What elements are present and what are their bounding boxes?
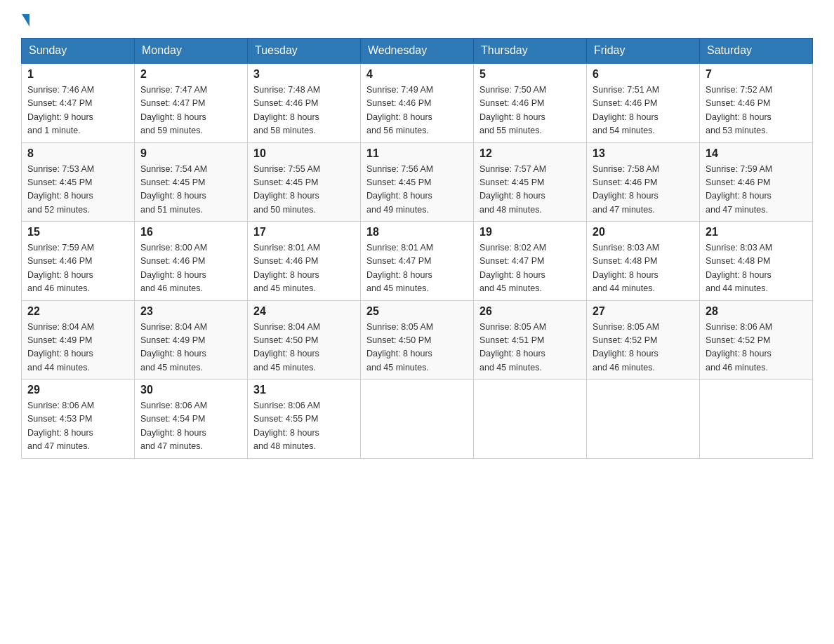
day-number: 24 [253, 305, 355, 318]
calendar-cell: 17Sunrise: 8:01 AMSunset: 4:46 PMDayligh… [248, 222, 361, 301]
calendar-header-saturday: Saturday [700, 39, 813, 64]
logo [21, 14, 29, 25]
page-header [21, 14, 813, 25]
day-info: Sunrise: 8:06 AMSunset: 4:54 PMDaylight:… [140, 399, 241, 454]
calendar-cell [474, 380, 587, 459]
calendar-cell [587, 380, 700, 459]
calendar-cell: 2Sunrise: 7:47 AMSunset: 4:47 PMDaylight… [135, 63, 248, 142]
calendar-cell: 1Sunrise: 7:46 AMSunset: 4:47 PMDaylight… [22, 63, 135, 142]
calendar-cell: 21Sunrise: 8:03 AMSunset: 4:48 PMDayligh… [700, 222, 813, 301]
day-info: Sunrise: 8:06 AMSunset: 4:55 PMDaylight:… [253, 399, 355, 454]
day-number: 5 [479, 68, 581, 81]
calendar-cell: 16Sunrise: 8:00 AMSunset: 4:46 PMDayligh… [135, 222, 248, 301]
day-info: Sunrise: 8:03 AMSunset: 4:48 PMDaylight:… [593, 241, 694, 296]
day-info: Sunrise: 7:49 AMSunset: 4:46 PMDaylight:… [366, 83, 468, 138]
calendar-cell: 9Sunrise: 7:54 AMSunset: 4:45 PMDaylight… [135, 142, 248, 222]
calendar-cell: 28Sunrise: 8:06 AMSunset: 4:52 PMDayligh… [700, 300, 813, 380]
day-info: Sunrise: 7:59 AMSunset: 4:46 PMDaylight:… [706, 163, 807, 217]
day-info: Sunrise: 7:57 AMSunset: 4:45 PMDaylight:… [479, 163, 581, 217]
day-number: 29 [27, 384, 128, 396]
day-info: Sunrise: 7:54 AMSunset: 4:45 PMDaylight:… [140, 163, 241, 217]
day-number: 6 [593, 68, 694, 81]
day-info: Sunrise: 7:52 AMSunset: 4:46 PMDaylight:… [706, 83, 807, 138]
calendar-cell: 26Sunrise: 8:05 AMSunset: 4:51 PMDayligh… [474, 300, 587, 380]
calendar-cell: 6Sunrise: 7:51 AMSunset: 4:46 PMDaylight… [587, 63, 700, 142]
calendar-cell: 19Sunrise: 8:02 AMSunset: 4:47 PMDayligh… [474, 222, 587, 301]
day-info: Sunrise: 7:50 AMSunset: 4:46 PMDaylight:… [479, 83, 581, 138]
day-number: 14 [706, 147, 807, 160]
day-number: 18 [366, 226, 468, 239]
day-number: 17 [253, 226, 355, 239]
day-info: Sunrise: 7:56 AMSunset: 4:45 PMDaylight:… [366, 163, 468, 217]
day-info: Sunrise: 8:00 AMSunset: 4:46 PMDaylight:… [140, 241, 241, 296]
day-number: 12 [479, 147, 581, 160]
calendar-cell: 10Sunrise: 7:55 AMSunset: 4:45 PMDayligh… [248, 142, 361, 222]
calendar-cell: 22Sunrise: 8:04 AMSunset: 4:49 PMDayligh… [22, 300, 135, 380]
day-info: Sunrise: 8:01 AMSunset: 4:46 PMDaylight:… [253, 241, 355, 296]
day-number: 22 [27, 305, 128, 318]
day-info: Sunrise: 7:48 AMSunset: 4:46 PMDaylight:… [253, 83, 355, 138]
calendar-table: SundayMondayTuesdayWednesdayThursdayFrid… [21, 38, 813, 459]
calendar-cell [361, 380, 474, 459]
day-number: 7 [706, 68, 807, 81]
calendar-cell: 11Sunrise: 7:56 AMSunset: 4:45 PMDayligh… [361, 142, 474, 222]
calendar-header-monday: Monday [135, 39, 248, 64]
calendar-cell: 29Sunrise: 8:06 AMSunset: 4:53 PMDayligh… [22, 380, 135, 459]
day-number: 13 [593, 147, 694, 160]
day-info: Sunrise: 8:06 AMSunset: 4:53 PMDaylight:… [27, 399, 128, 454]
calendar-week-row: 1Sunrise: 7:46 AMSunset: 4:47 PMDaylight… [22, 63, 813, 142]
day-number: 4 [366, 68, 468, 81]
logo-arrow-icon [22, 14, 29, 27]
day-number: 28 [706, 305, 807, 318]
calendar-header-sunday: Sunday [22, 39, 135, 64]
day-number: 20 [593, 226, 694, 239]
day-info: Sunrise: 7:55 AMSunset: 4:45 PMDaylight:… [253, 163, 355, 217]
calendar-cell: 24Sunrise: 8:04 AMSunset: 4:50 PMDayligh… [248, 300, 361, 380]
calendar-cell: 18Sunrise: 8:01 AMSunset: 4:47 PMDayligh… [361, 222, 474, 301]
day-info: Sunrise: 8:05 AMSunset: 4:50 PMDaylight:… [366, 321, 468, 375]
calendar-header-wednesday: Wednesday [361, 39, 474, 64]
day-info: Sunrise: 7:59 AMSunset: 4:46 PMDaylight:… [27, 241, 128, 296]
day-info: Sunrise: 8:01 AMSunset: 4:47 PMDaylight:… [366, 241, 468, 296]
day-number: 3 [253, 68, 355, 81]
day-info: Sunrise: 8:05 AMSunset: 4:51 PMDaylight:… [479, 321, 581, 375]
day-number: 30 [140, 384, 241, 396]
day-info: Sunrise: 7:58 AMSunset: 4:46 PMDaylight:… [593, 163, 694, 217]
day-number: 2 [140, 68, 241, 81]
calendar-week-row: 29Sunrise: 8:06 AMSunset: 4:53 PMDayligh… [22, 380, 813, 459]
calendar-cell: 4Sunrise: 7:49 AMSunset: 4:46 PMDaylight… [361, 63, 474, 142]
calendar-week-row: 15Sunrise: 7:59 AMSunset: 4:46 PMDayligh… [22, 222, 813, 301]
calendar-cell: 20Sunrise: 8:03 AMSunset: 4:48 PMDayligh… [587, 222, 700, 301]
calendar-cell: 23Sunrise: 8:04 AMSunset: 4:49 PMDayligh… [135, 300, 248, 380]
calendar-header-friday: Friday [587, 39, 700, 64]
calendar-cell: 27Sunrise: 8:05 AMSunset: 4:52 PMDayligh… [587, 300, 700, 380]
calendar-header-tuesday: Tuesday [248, 39, 361, 64]
day-info: Sunrise: 8:04 AMSunset: 4:50 PMDaylight:… [253, 321, 355, 375]
day-info: Sunrise: 8:05 AMSunset: 4:52 PMDaylight:… [593, 321, 694, 375]
calendar-week-row: 22Sunrise: 8:04 AMSunset: 4:49 PMDayligh… [22, 300, 813, 380]
day-info: Sunrise: 7:47 AMSunset: 4:47 PMDaylight:… [140, 83, 241, 138]
day-number: 19 [479, 226, 581, 239]
calendar-cell: 5Sunrise: 7:50 AMSunset: 4:46 PMDaylight… [474, 63, 587, 142]
calendar-cell: 13Sunrise: 7:58 AMSunset: 4:46 PMDayligh… [587, 142, 700, 222]
day-number: 16 [140, 226, 241, 239]
day-info: Sunrise: 8:02 AMSunset: 4:47 PMDaylight:… [479, 241, 581, 296]
day-info: Sunrise: 7:51 AMSunset: 4:46 PMDaylight:… [593, 83, 694, 138]
calendar-week-row: 8Sunrise: 7:53 AMSunset: 4:45 PMDaylight… [22, 142, 813, 222]
day-info: Sunrise: 8:04 AMSunset: 4:49 PMDaylight:… [27, 321, 128, 375]
day-info: Sunrise: 7:53 AMSunset: 4:45 PMDaylight:… [27, 163, 128, 217]
day-number: 11 [366, 147, 468, 160]
calendar-cell: 15Sunrise: 7:59 AMSunset: 4:46 PMDayligh… [22, 222, 135, 301]
day-number: 15 [27, 226, 128, 239]
calendar-cell: 3Sunrise: 7:48 AMSunset: 4:46 PMDaylight… [248, 63, 361, 142]
calendar-header-row: SundayMondayTuesdayWednesdayThursdayFrid… [22, 39, 813, 64]
day-info: Sunrise: 8:03 AMSunset: 4:48 PMDaylight:… [706, 241, 807, 296]
day-number: 25 [366, 305, 468, 318]
day-number: 27 [593, 305, 694, 318]
day-number: 1 [27, 68, 128, 81]
day-info: Sunrise: 8:04 AMSunset: 4:49 PMDaylight:… [140, 321, 241, 375]
day-info: Sunrise: 8:06 AMSunset: 4:52 PMDaylight:… [706, 321, 807, 375]
day-number: 31 [253, 384, 355, 396]
calendar-cell: 7Sunrise: 7:52 AMSunset: 4:46 PMDaylight… [700, 63, 813, 142]
day-number: 21 [706, 226, 807, 239]
